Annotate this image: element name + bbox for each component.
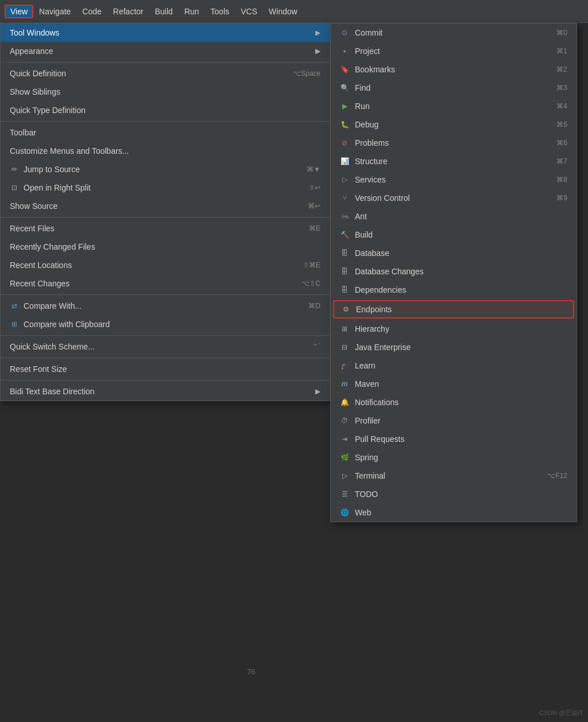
submenu-ant[interactable]: 🐜 Ant [331,207,577,226]
bidi-text-label: Bidi Text Base Direction [10,387,95,396]
bookmarks-label: Bookmarks [355,65,395,74]
menu-show-siblings[interactable]: Show Siblings [1,83,330,101]
submenu-pull-requests[interactable]: ⇥ Pull Requests [331,430,577,448]
commit-icon: ⊙ [340,28,349,37]
submenu-version-control[interactable]: ⑂ Version Control ⌘9 [331,189,577,207]
compare-icon: ⇄ [10,301,19,310]
submenu-structure[interactable]: 📊 Structure ⌘7 [331,152,577,170]
menu-appearance[interactable]: Appearance ▶ [1,42,330,60]
database-changes-icon: 🗄 [340,267,349,276]
submenu-database[interactable]: 🗄 Database [331,244,577,262]
menu-quick-type-definition[interactable]: Quick Type Definition [1,101,330,119]
tool-windows-label: Tool Windows [10,28,59,37]
submenu-database-changes[interactable]: 🗄 Database Changes [331,262,577,281]
submenu-spring[interactable]: 🌿 Spring [331,448,577,467]
jump-to-source-label: Jump to Source [24,165,80,174]
menu-recent-files[interactable]: Recent Files ⌘E [1,219,330,238]
recent-files-label: Recent Files [10,224,55,233]
menu-compare-clipboard[interactable]: ⊞ Compare with Clipboard [1,315,330,333]
structure-shortcut: ⌘7 [556,157,567,165]
services-icon: ▷ [340,175,349,184]
arrow-icon: ▶ [315,29,320,37]
submenu-java-enterprise[interactable]: ⊟ Java Enterprise [331,338,577,356]
show-source-label: Show Source [10,201,57,211]
submenu-run[interactable]: ▶ Run ⌘4 [331,97,577,115]
submenu-services[interactable]: ▷ Services ⌘8 [331,170,577,189]
compare-clipboard-icon: ⊞ [10,320,19,329]
profiler-label: Profiler [355,416,380,425]
menu-quick-switch-scheme[interactable]: Quick Switch Scheme... ⌃` [1,337,330,356]
version-control-label: Version Control [355,193,410,203]
show-source-shortcut: ⌘↩ [308,202,320,210]
recent-changes-shortcut: ⌥⇧C [301,280,320,288]
menu-quick-definition[interactable]: Quick Definition ⌥Space [1,64,330,83]
menu-toolbar[interactable]: Toolbar [1,123,330,142]
spring-label: Spring [355,453,378,462]
recent-locations-shortcut: ⇧⌘E [303,261,320,269]
todo-label: TODO [355,490,378,499]
menu-recent-changes[interactable]: Recent Changes ⌥⇧C [1,274,330,293]
hierarchy-label: Hierarchy [355,324,389,333]
quick-type-definition-label: Quick Type Definition [10,106,86,115]
menu-jump-to-source[interactable]: ✏ Jump to Source ⌘▼ [1,160,330,178]
quick-definition-shortcut: ⌥Space [293,69,320,77]
recent-files-shortcut: ⌘E [309,224,320,232]
ant-label: Ant [355,212,367,221]
menubar-build[interactable]: Build [149,5,179,18]
submenu-notifications[interactable]: 🔔 Notifications [331,393,577,412]
submenu-commit[interactable]: ⊙ Commit ⌘0 [331,24,577,42]
submenu-debug[interactable]: 🐛 Debug ⌘5 [331,115,577,134]
appearance-label: Appearance [10,46,53,56]
submenu-web[interactable]: 🌐 Web [331,503,577,522]
submenu-learn[interactable]: 🎓 Learn [331,356,577,375]
submenu-find[interactable]: 🔍 Find ⌘3 [331,79,577,97]
menu-compare-with[interactable]: ⇄ Compare With... ⌘D [1,297,330,315]
submenu-terminal[interactable]: ▷ Terminal ⌥F12 [331,467,577,485]
terminal-icon: ▷ [340,471,349,480]
open-right-split-label: Open in Right Split [24,183,91,192]
menu-open-right-split[interactable]: ⊡ Open in Right Split ⇧↩ [1,178,330,197]
submenu-project[interactable]: ▪ Project ⌘1 [331,42,577,60]
submenu-todo[interactable]: ☰ TODO [331,485,577,503]
pull-requests-icon: ⇥ [340,434,349,444]
submenu-bookmarks[interactable]: 🔖 Bookmarks ⌘2 [331,60,577,79]
menu-tool-windows[interactable]: Tool Windows ▶ [1,24,330,42]
jump-to-source-shortcut: ⌘▼ [307,165,320,173]
java-enterprise-icon: ⊟ [340,343,349,352]
menubar-navigate[interactable]: Navigate [33,5,76,18]
submenu-endpoints[interactable]: ⚙ Endpoints [333,300,574,319]
problems-icon: ⊘ [340,138,349,147]
line-number: 76 [247,667,255,676]
menubar-vcs[interactable]: VCS [235,5,263,18]
menu-show-source[interactable]: Show Source ⌘↩ [1,197,330,215]
maven-icon: m [340,379,349,389]
submenu-profiler[interactable]: ⏱ Profiler [331,412,577,430]
submenu-build[interactable]: 🔨 Build [331,226,577,244]
submenu-hierarchy[interactable]: ⊞ Hierarchy [331,320,577,338]
submenu-dependencies[interactable]: 🗄 Dependencies [331,281,577,299]
menu-customize-menus[interactable]: Customize Menus and Toolbars... [1,142,330,160]
find-label: Find [355,83,370,92]
menubar-tools[interactable]: Tools [205,5,235,18]
run-label: Run [355,102,370,111]
quick-switch-label: Quick Switch Scheme... [10,342,95,351]
menu-recent-locations[interactable]: Recent Locations ⇧⌘E [1,256,330,274]
menu-recently-changed[interactable]: Recently Changed Files [1,238,330,256]
menu-bidi-text[interactable]: Bidi Text Base Direction ▶ [1,382,330,401]
menubar-refactor[interactable]: Refactor [107,5,149,18]
endpoints-icon: ⚙ [341,305,350,314]
open-right-split-shortcut: ⇧↩ [309,184,320,192]
separator-5 [1,335,330,336]
submenu-maven[interactable]: m Maven [331,375,577,393]
compare-with-shortcut: ⌘D [308,302,320,310]
menu-reset-font-size[interactable]: Reset Font Size [1,360,330,378]
project-icon: ▪ [340,46,349,56]
database-label: Database [355,249,389,258]
menubar-run[interactable]: Run [179,5,205,18]
menubar-view[interactable]: View [5,5,33,18]
commit-shortcut: ⌘0 [556,29,567,37]
menubar-code[interactable]: Code [76,5,107,18]
menubar-window[interactable]: Window [263,5,303,18]
separator-6 [1,358,330,358]
submenu-problems[interactable]: ⊘ Problems ⌘6 [331,134,577,152]
